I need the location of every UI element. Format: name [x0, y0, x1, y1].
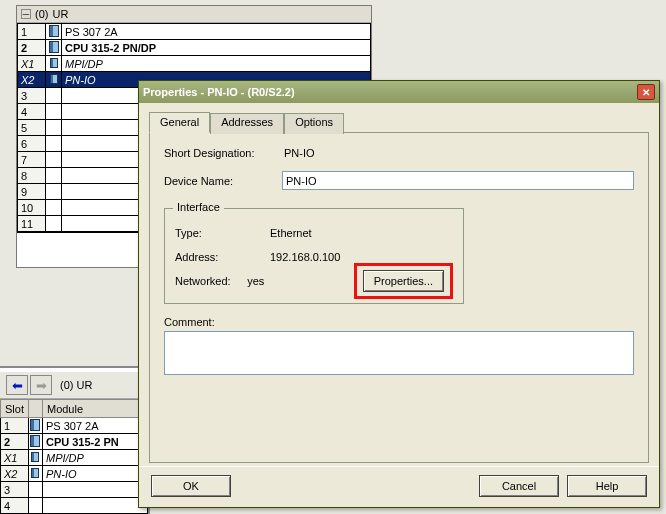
table-row[interactable]: 1PS 307 2A	[1, 418, 148, 434]
properties-dialog: Properties - PN-IO - (R0/S2.2) ✕ General…	[138, 80, 660, 508]
table-row[interactable]: 3	[1, 482, 148, 498]
rack-slot: 5	[18, 120, 46, 136]
iface-type-label: Type:	[175, 227, 270, 239]
module-icon	[46, 56, 62, 72]
nav-label: (0) UR	[60, 379, 92, 391]
short-designation-value: PN-IO	[282, 147, 315, 159]
rack-slot: X2	[18, 72, 46, 88]
module-icon	[46, 40, 62, 56]
row-slot: 1	[1, 418, 29, 434]
rack-slot: 1	[18, 24, 46, 40]
rack-slot: 3	[18, 88, 46, 104]
module-icon	[46, 136, 62, 152]
nav-back-button[interactable]: ⬅	[6, 375, 28, 395]
rack-slot: X1	[18, 56, 46, 72]
row-module	[42, 498, 147, 514]
col-module[interactable]: Module	[42, 400, 147, 418]
cancel-button[interactable]: Cancel	[479, 475, 559, 497]
module-table: Slot Module 1PS 307 2A2CPU 315-2 PNX1MPI…	[0, 399, 148, 514]
col-slot[interactable]: Slot	[1, 400, 29, 418]
rack-slot: 10	[18, 200, 46, 216]
nav-forward-button[interactable]: ➡	[30, 375, 52, 395]
dialog-title: Properties - PN-IO - (R0/S2.2)	[143, 86, 295, 98]
module-nav-bar: ⬅ ➡ (0) UR	[0, 372, 148, 399]
module-icon	[46, 88, 62, 104]
rack-module: PS 307 2A	[62, 24, 371, 40]
table-row[interactable]: 4	[1, 498, 148, 514]
module-icon	[28, 450, 42, 466]
rack-title-prefix: (0)	[35, 8, 48, 20]
module-icon	[28, 482, 42, 498]
rack-slot: 9	[18, 184, 46, 200]
device-name-input[interactable]	[282, 171, 634, 190]
comment-textarea[interactable]	[164, 331, 634, 375]
tab-general[interactable]: General	[149, 112, 210, 133]
dialog-titlebar[interactable]: Properties - PN-IO - (R0/S2.2) ✕	[139, 81, 659, 103]
module-icon	[46, 152, 62, 168]
table-row[interactable]: 2CPU 315-2 PN	[1, 434, 148, 450]
module-list-pane: ⬅ ➡ (0) UR Slot Module 1PS 307 2A2CPU 31…	[0, 366, 150, 514]
tab-options[interactable]: Options	[284, 113, 344, 134]
module-icon	[28, 498, 42, 514]
row-module: CPU 315-2 PN	[42, 434, 147, 450]
col-icon	[28, 400, 42, 418]
close-icon[interactable]: ✕	[637, 84, 655, 100]
row-module: MPI/DP	[42, 450, 147, 466]
module-icon	[28, 418, 42, 434]
tabstrip: General Addresses Options	[149, 111, 649, 133]
comment-label: Comment:	[164, 316, 634, 328]
module-icon	[46, 184, 62, 200]
module-icon	[46, 24, 62, 40]
rack-module: MPI/DP	[62, 56, 371, 72]
interface-legend: Interface	[173, 201, 224, 213]
row-slot: 4	[1, 498, 29, 514]
module-icon	[28, 466, 42, 482]
table-row[interactable]: X1MPI/DP	[1, 450, 148, 466]
short-designation-label: Short Designation:	[164, 147, 282, 159]
iface-address-value: 192.168.0.100	[270, 251, 410, 263]
row-slot: 2	[1, 434, 29, 450]
iface-address-label: Address:	[175, 251, 270, 263]
rack-module: CPU 315-2 PN/DP	[62, 40, 371, 56]
module-icon	[46, 200, 62, 216]
ok-button[interactable]: OK	[151, 475, 231, 497]
rack-row[interactable]: X1MPI/DP	[18, 56, 371, 72]
help-button[interactable]: Help	[567, 475, 647, 497]
iface-type-value: Ethernet	[270, 227, 410, 239]
rack-collapse-icon[interactable]: ─	[21, 9, 31, 19]
row-module: PS 307 2A	[42, 418, 147, 434]
properties-button-highlight: Properties...	[354, 263, 453, 299]
rack-slot: 7	[18, 152, 46, 168]
row-slot: X2	[1, 466, 29, 482]
row-module: PN-IO	[42, 466, 147, 482]
dialog-button-bar: OK Cancel Help	[139, 466, 659, 507]
row-slot: 3	[1, 482, 29, 498]
rack-slot: 11	[18, 216, 46, 232]
module-icon	[28, 434, 42, 450]
rack-title-text: UR	[52, 8, 68, 20]
table-row[interactable]: X2PN-IO	[1, 466, 148, 482]
module-icon	[46, 120, 62, 136]
module-icon	[46, 168, 62, 184]
tab-panel-general: Short Designation: PN-IO Device Name: In…	[149, 133, 649, 463]
rack-slot: 4	[18, 104, 46, 120]
iface-networked-value: yes	[247, 275, 353, 287]
row-module	[42, 482, 147, 498]
iface-networked-label: Networked:	[175, 275, 247, 287]
row-slot: X1	[1, 450, 29, 466]
rack-title-bar: ─ (0) UR	[17, 6, 371, 23]
rack-slot: 2	[18, 40, 46, 56]
module-icon	[46, 104, 62, 120]
device-name-label: Device Name:	[164, 175, 282, 187]
interface-properties-button[interactable]: Properties...	[363, 270, 444, 292]
rack-slot: 6	[18, 136, 46, 152]
tab-addresses[interactable]: Addresses	[210, 113, 284, 134]
rack-row[interactable]: 2CPU 315-2 PN/DP	[18, 40, 371, 56]
module-icon	[46, 216, 62, 232]
rack-row[interactable]: 1PS 307 2A	[18, 24, 371, 40]
rack-slot: 8	[18, 168, 46, 184]
dialog-body: General Addresses Options Short Designat…	[139, 103, 659, 466]
module-icon	[46, 72, 62, 88]
interface-groupbox: Interface Type: Ethernet Address: 192.16…	[164, 208, 464, 304]
